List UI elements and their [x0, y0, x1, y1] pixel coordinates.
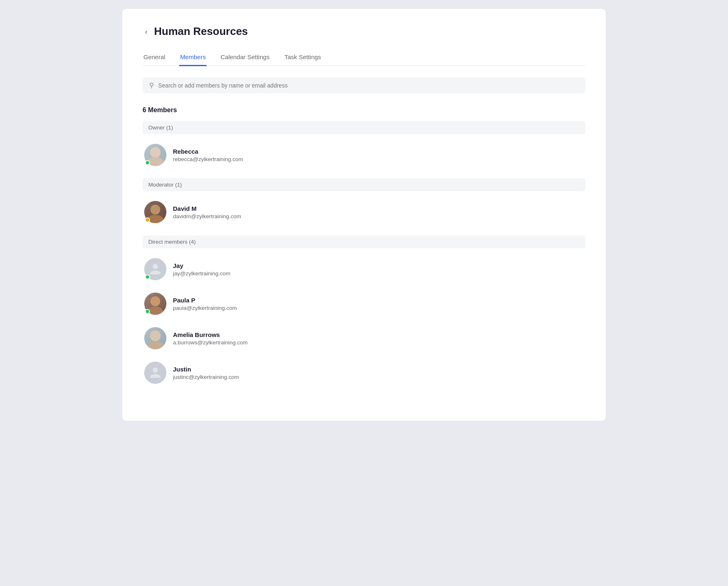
- list-item: Justin justinc@zylkertraining.com: [143, 358, 585, 388]
- search-input[interactable]: [158, 82, 579, 89]
- member-info: Justin justinc@zylkertraining.com: [173, 366, 239, 380]
- list-item: Amelia Burrows a.burrows@zylkertraining.…: [143, 323, 585, 353]
- member-email: jay@zylkertraining.com: [173, 270, 230, 277]
- member-info: Amelia Burrows a.burrows@zylkertraining.…: [173, 331, 248, 346]
- status-indicator: [145, 217, 150, 222]
- avatar: [144, 201, 166, 223]
- avatar-placeholder: [144, 362, 166, 384]
- direct-members-section: Direct members (4) Jay jay@zylkertrainin…: [143, 235, 585, 388]
- tab-calendar-settings[interactable]: Calendar Settings: [220, 50, 270, 65]
- list-item: David M davidm@zylkertraining.com: [143, 197, 585, 227]
- member-info: Rebecca rebecca@zylkertraining.com: [173, 148, 243, 162]
- page-title: Human Resources: [154, 25, 248, 38]
- tab-members[interactable]: Members: [179, 50, 207, 65]
- owner-section: Owner (1) Rebecca rebecca@zylkertraining…: [143, 121, 585, 170]
- moderator-section: Moderator (1) David M davidm@zylkertrain…: [143, 178, 585, 227]
- list-item: Paula P paula@zylkertraining.com: [143, 288, 585, 319]
- avatar: [144, 293, 166, 315]
- member-info: Jay jay@zylkertraining.com: [173, 262, 230, 277]
- back-button[interactable]: ‹: [143, 26, 150, 37]
- avatar: [144, 327, 166, 349]
- list-item: Rebecca rebecca@zylkertraining.com: [143, 140, 585, 170]
- member-name: Rebecca: [173, 148, 243, 155]
- avatar: [144, 258, 166, 280]
- page-header: ‹ Human Resources: [143, 25, 585, 38]
- avatar: [144, 144, 166, 166]
- member-email: rebecca@zylkertraining.com: [173, 156, 243, 162]
- status-indicator: [145, 309, 150, 314]
- member-name: Paula P: [173, 297, 237, 304]
- tab-task-settings[interactable]: Task Settings: [283, 50, 322, 65]
- moderator-section-header: Moderator (1): [143, 178, 585, 191]
- member-email: paula@zylkertraining.com: [173, 305, 237, 311]
- member-name: David M: [173, 205, 241, 212]
- tab-bar: General Members Calendar Settings Task S…: [143, 50, 585, 66]
- member-info: David M davidm@zylkertraining.com: [173, 205, 241, 219]
- direct-members-section-header: Direct members (4): [143, 235, 585, 248]
- member-email: justinc@zylkertraining.com: [173, 374, 239, 380]
- search-bar: ⚲: [143, 77, 585, 93]
- avatar: [144, 362, 166, 384]
- member-name: Justin: [173, 366, 239, 373]
- list-item: Jay jay@zylkertraining.com: [143, 254, 585, 284]
- search-icon: ⚲: [149, 81, 154, 89]
- member-info: Paula P paula@zylkertraining.com: [173, 297, 237, 311]
- status-indicator: [145, 275, 150, 279]
- member-name: Jay: [173, 262, 230, 269]
- status-indicator: [145, 160, 150, 165]
- member-name: Amelia Burrows: [173, 331, 248, 338]
- owner-section-header: Owner (1): [143, 121, 585, 134]
- members-count: 6 Members: [143, 106, 585, 114]
- member-email: a.burrows@zylkertraining.com: [173, 339, 248, 346]
- member-email: davidm@zylkertraining.com: [173, 213, 241, 219]
- main-card: ‹ Human Resources General Members Calend…: [122, 8, 606, 421]
- tab-general[interactable]: General: [143, 50, 166, 65]
